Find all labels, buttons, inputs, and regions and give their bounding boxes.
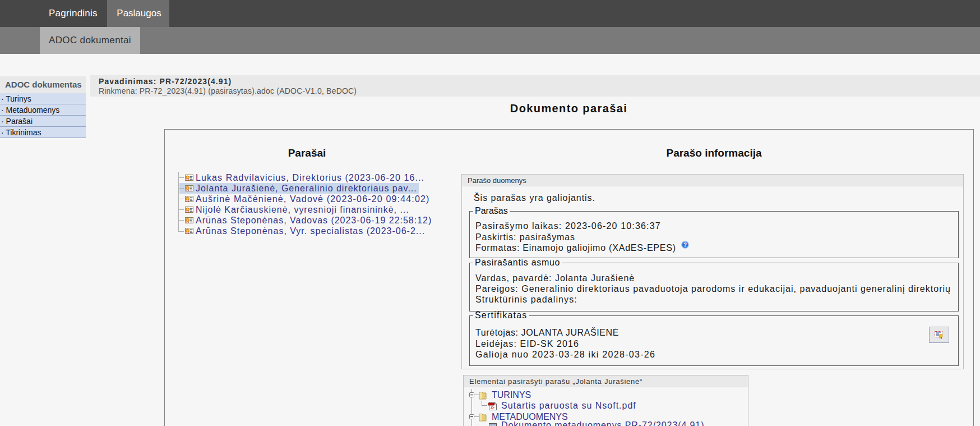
svg-text:?: ? xyxy=(683,242,687,248)
